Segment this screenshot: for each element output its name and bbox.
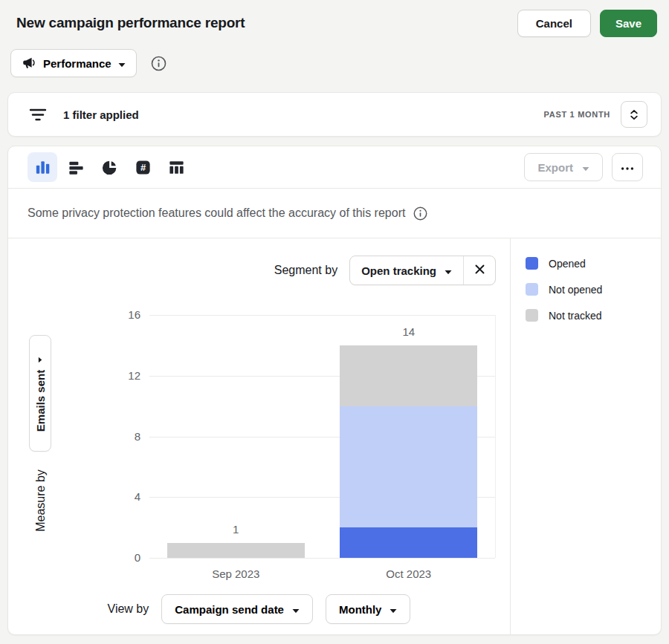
legend-item-not-tracked: Not tracked xyxy=(526,309,661,322)
chevron-down-icon xyxy=(582,161,589,174)
filter-applied-label: 1 filter applied xyxy=(63,108,139,121)
export-label: Export xyxy=(537,161,573,174)
chart-type-pie-button[interactable] xyxy=(94,152,124,182)
save-button[interactable]: Save xyxy=(600,10,657,37)
legend-item-opened: Opened xyxy=(526,257,661,270)
y-axis-label: 4 xyxy=(103,490,140,503)
header-actions: Cancel Save xyxy=(517,10,657,37)
y-axis-label: 8 xyxy=(103,430,140,443)
view-by-dimension-value: Campaign send date xyxy=(175,603,284,616)
megaphone-icon xyxy=(22,56,36,71)
bar-segment-opened[interactable] xyxy=(340,527,477,558)
chart-type-number-button[interactable]: # xyxy=(128,152,158,182)
view-by-label: View by xyxy=(108,602,149,616)
view-by-dimension-dropdown[interactable]: Campaign send date xyxy=(161,594,313,624)
filter-icon xyxy=(29,106,47,123)
bar-chart-icon xyxy=(34,159,51,176)
chart-section: Segment by Open tracking xyxy=(8,238,661,635)
bar-total-label: 14 xyxy=(364,325,453,338)
privacy-notice: Some privacy protection features could a… xyxy=(8,189,661,238)
bar-segment-not-tracked[interactable] xyxy=(167,543,305,558)
report-type-dropdown[interactable]: Performance xyxy=(10,49,137,77)
page-title: New campaign performance report xyxy=(16,15,245,31)
legend-swatch-not-opened xyxy=(526,283,538,296)
legend-swatch-not-tracked xyxy=(526,309,538,322)
chart-type-bar-button[interactable] xyxy=(28,152,57,182)
chart-plot: 04812161Sep 202314Oct 2023 xyxy=(8,238,510,635)
ellipsis-icon xyxy=(621,162,634,173)
chart-type-horizontal-bar-button[interactable] xyxy=(61,152,91,182)
view-by-granularity-dropdown[interactable]: Monthly xyxy=(326,594,411,624)
bar-segment-not-tracked[interactable] xyxy=(340,345,477,406)
sort-icon xyxy=(628,108,640,121)
legend-swatch-opened xyxy=(526,257,538,270)
header: New campaign performance report Cancel S… xyxy=(16,9,657,37)
svg-text:#: # xyxy=(140,161,145,172)
pie-chart-icon xyxy=(101,159,118,176)
report-card: # Export Some privac xyxy=(7,146,662,635)
cancel-button[interactable]: Cancel xyxy=(517,10,591,37)
chart-legend: Opened Not opened Not tracked xyxy=(510,238,661,635)
export-button[interactable]: Export xyxy=(524,153,603,181)
chevron-down-icon xyxy=(292,603,300,616)
horizontal-bar-chart-icon xyxy=(68,159,85,176)
legend-item-not-opened: Not opened xyxy=(526,283,661,296)
more-options-button[interactable] xyxy=(612,153,643,181)
report-builder-page: New campaign performance report Cancel S… xyxy=(0,0,669,644)
report-type-row: Performance xyxy=(10,49,167,77)
chart-type-table-button[interactable] xyxy=(161,152,191,182)
x-axis-label: Sep 2023 xyxy=(184,567,288,580)
gridline xyxy=(149,315,495,316)
gridline xyxy=(149,558,495,559)
filter-bar: 1 filter applied PAST 1 MONTH xyxy=(7,92,662,137)
legend-label: Not tracked xyxy=(549,310,602,322)
chart-area: Segment by Open tracking xyxy=(8,238,510,635)
y-axis-label: 12 xyxy=(103,369,140,382)
bar-segment-not-opened[interactable] xyxy=(340,406,477,528)
table-icon xyxy=(168,159,185,176)
chevron-down-icon xyxy=(390,603,397,616)
view-by-granularity-value: Monthly xyxy=(339,603,382,616)
x-axis-label: Oct 2023 xyxy=(357,567,461,580)
privacy-notice-text: Some privacy protection features could a… xyxy=(28,206,405,220)
view-by-controls: View by Campaign send date Monthly xyxy=(8,594,510,624)
y-axis-label: 16 xyxy=(103,308,140,321)
info-icon[interactable] xyxy=(413,206,428,221)
period-toggle-button[interactable] xyxy=(621,101,647,128)
number-icon: # xyxy=(135,159,152,176)
legend-label: Opened xyxy=(549,258,586,270)
chevron-down-icon xyxy=(118,57,126,70)
period-label: PAST 1 MONTH xyxy=(544,110,610,119)
filter-period-controls: PAST 1 MONTH xyxy=(544,101,647,128)
plot-right-border xyxy=(495,315,496,558)
y-axis-label: 0 xyxy=(103,551,140,564)
bar-total-label: 1 xyxy=(191,523,280,536)
legend-label: Not opened xyxy=(549,284,602,296)
chart-type-toolbar: # Export xyxy=(8,146,661,188)
info-icon[interactable] xyxy=(150,55,167,72)
report-type-label: Performance xyxy=(43,57,112,70)
